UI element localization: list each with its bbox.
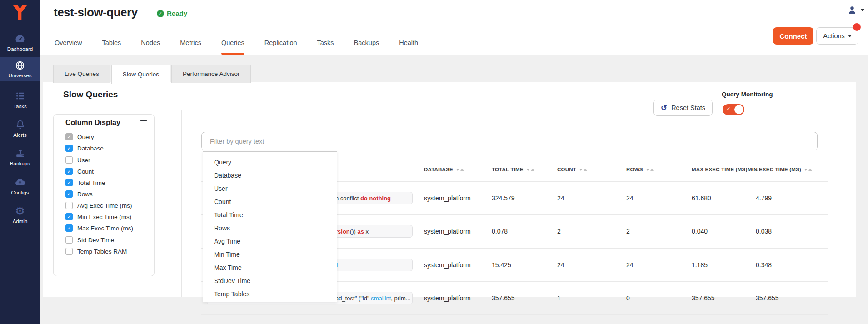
tab-queries[interactable]: Queries [221,35,244,55]
toggle-knob [734,105,743,114]
tab-nodes[interactable]: Nodes [141,35,160,55]
universe-nav-tabs: Overview Tables Nodes Metrics Queries Re… [55,35,418,55]
dropdown-option-count[interactable]: Count [203,195,337,208]
table-row[interactable]: ad_test" ("id" smallint, prim... system_… [43,281,856,314]
cell-rows: 24 [626,181,634,214]
collapse-minus-icon[interactable] [140,120,147,121]
user-menu[interactable] [847,5,864,15]
cell-count: 24 [557,248,564,281]
sidebar-item-tasks[interactable]: Tasks [0,86,40,113]
tab-tables[interactable]: Tables [102,35,121,55]
dropdown-option-max-time[interactable]: Max Time [203,261,337,274]
actions-button[interactable]: Actions [816,27,858,45]
table-row[interactable]: 1 system_platform 15.425 24 24 1.185 0.3… [43,248,856,281]
tab-backups[interactable]: Backups [354,35,379,55]
dropdown-option-database[interactable]: Database [203,169,337,182]
dropdown-option-query[interactable]: Query [203,155,337,169]
dropdown-option-avg-time[interactable]: Avg Time [203,234,337,248]
query-filter-input[interactable]: Filter by query text [201,132,818,150]
tab-metrics[interactable]: Metrics [180,35,201,55]
filter-placeholder: Filter by query text [210,138,264,145]
sidebar-item-universes[interactable]: Universes [0,57,40,81]
sidebar-item-backups[interactable]: Backups [0,144,40,170]
sidebar-item-configs[interactable]: Configs [0,173,40,199]
sidebar-item-admin[interactable]: ⚙ Admin [0,201,40,228]
column-option-query[interactable]: ✓ Query [65,132,94,141]
tab-health[interactable]: Health [399,35,418,55]
cell-min-exec: 0.348 [756,248,772,281]
cell-total-time: 0.078 [492,214,508,248]
cell-count: 1 [557,281,561,314]
globe-icon [15,60,25,71]
column-option-count[interactable]: ✓ Count [65,167,94,176]
connect-button[interactable]: Connect [773,27,813,45]
sort-icons [804,169,812,171]
check-circle-icon: ✓ [157,10,164,17]
header-database[interactable]: DATABASE [424,158,464,181]
sidebar: Dashboard Universes Tasks Alerts [0,0,40,324]
header-divider [839,4,839,22]
column-option-database[interactable]: ✓ Database [65,144,104,153]
cell-min-exec: 0.038 [756,214,772,248]
check-icon: ✓ [726,106,731,112]
caret-down-icon [848,35,852,37]
header-min-exec-time[interactable]: MIN EXEC TIME (MS) [748,158,812,181]
checkbox-checked: ✓ [65,168,73,175]
subtab-slow-queries[interactable]: Slow Queries [111,65,170,84]
cell-rows: 24 [626,248,634,281]
query-monitoring-label: Query Monitoring [722,91,773,98]
header: test-slow-query ✓ Ready Overview Tables … [40,0,868,55]
header-rows[interactable]: ROWS [626,158,654,181]
sidebar-item-label: Tasks [13,104,26,109]
tab-replication[interactable]: Replication [264,35,297,55]
dropdown-option-rows[interactable]: Rows [203,221,337,234]
header-count[interactable]: COUNT [557,158,587,181]
cell-max-exec: 0.040 [692,214,708,248]
universe-title: test-slow-query [54,5,138,20]
dropdown-option-user[interactable]: User [203,182,337,195]
dropdown-option-total-time[interactable]: Total Time [203,208,337,221]
dropdown-option-min-time[interactable]: Min Time [203,248,337,261]
sidebar-item-dashboard[interactable]: Dashboard [0,29,40,55]
upload-tray-icon [15,148,26,159]
panel-heading: Slow Queries [63,90,118,100]
bell-icon [15,119,26,130]
status-badge: ✓ Ready [157,10,187,17]
slow-queries-panel: Slow Queries ↺ Reset Stats Query Monitor… [43,82,856,297]
cell-total-time: 357.655 [492,281,515,314]
cell-min-exec: 357.655 [756,281,779,314]
content-area: Live Queries Slow Queries Performance Ad… [40,55,868,324]
cell-count: 24 [557,181,564,214]
checkbox-checked: ✓ [65,145,73,152]
gear-icon: ⚙ [15,205,25,217]
yugabyte-logo[interactable] [10,3,30,24]
status-text: Ready [167,10,187,17]
subtab-live-queries[interactable]: Live Queries [53,65,110,83]
column-filter-dropdown: Query Database User Count Total Time Row… [203,151,337,302]
query-monitoring-toggle[interactable]: ✓ [723,104,744,115]
list-icon [15,90,26,102]
header-total-time[interactable]: TOTAL TIME [492,158,534,181]
sidebar-item-alerts[interactable]: Alerts [0,115,40,141]
column-option-user[interactable]: User [65,155,90,164]
table-row[interactable]: n conflict do nothing system_platform 32… [43,181,856,214]
table-row[interactable]: rsion()) as x system_platform 0.078 2 2 … [43,214,856,248]
reset-stats-button[interactable]: ↺ Reset Stats [653,100,713,116]
sidebar-item-label: Backups [10,161,30,166]
cell-max-exec: 61.680 [692,181,711,214]
sidebar-item-label: Configs [11,190,29,195]
sidebar-item-label: Dashboard [7,46,33,52]
sort-icons [579,169,587,171]
cell-rows: 2 [626,214,630,248]
dropdown-option-stddev-time[interactable]: StdDev Time [203,274,337,287]
cell-max-exec: 357.655 [692,281,715,314]
tab-overview[interactable]: Overview [55,35,82,55]
dropdown-option-temp-tables[interactable]: Temp Tables [203,287,337,300]
notification-dot [853,23,861,31]
cell-database: system_platform [424,248,471,281]
subtab-performance-advisor[interactable]: Performance Advisor [171,65,251,83]
cell-count: 2 [557,214,561,248]
gauge-icon [14,33,26,45]
tab-tasks[interactable]: Tasks [317,35,334,55]
cloud-upload-icon [14,176,26,188]
